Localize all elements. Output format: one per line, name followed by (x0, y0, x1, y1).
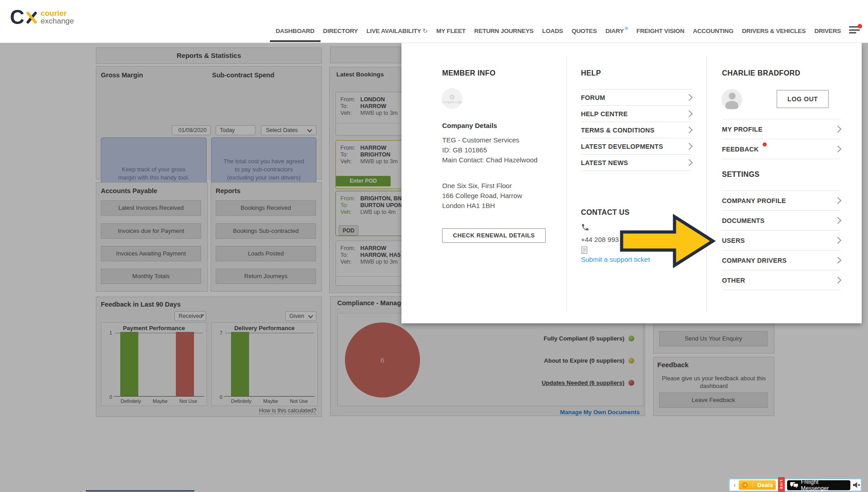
chevron-right-icon (835, 217, 842, 224)
hamburger-menu-icon[interactable] (849, 26, 861, 35)
user-menu: MY PROFILE FEEDBACK (722, 119, 840, 159)
logo-x-icon (24, 9, 38, 26)
menu-item-forum[interactable]: FORUM (581, 90, 692, 106)
menu-item-feedback[interactable]: FEEDBACK (722, 139, 840, 159)
nav-live-availability[interactable]: LIVE AVAILABILITY↻ (367, 27, 428, 34)
collapse-chevron-icon[interactable]: ‹ (733, 481, 736, 489)
user-name-heading: CHARLIE BRADFORD (722, 69, 804, 78)
chevron-right-icon (686, 94, 693, 101)
nav-diary[interactable]: DIARY (605, 28, 628, 34)
menu-item-terms[interactable]: TERMS & CONDITIONS (581, 122, 692, 138)
freight-messenger-button[interactable]: Freight Messenger (787, 480, 850, 490)
main-nav: DASHBOARD DIRECTORY LIVE AVAILABILITY↻ M… (276, 27, 841, 34)
logo-wordmark: courier exchange (41, 9, 74, 25)
deals-button[interactable]: ➔ Deals (739, 480, 776, 490)
settings-menu: COMPANY PROFILE DOCUMENTS USERS COMPANY … (722, 190, 840, 290)
chevron-right-icon (686, 159, 693, 166)
check-renewal-button[interactable]: CHECK RENEWAL DETAILS (442, 228, 546, 243)
chat-bubbles-icon (790, 482, 798, 488)
member-info-heading: MEMBER INFO (442, 69, 498, 78)
company-main-contact: Main Contact: Chad Hazelwood (442, 155, 538, 165)
chevron-right-icon (686, 127, 693, 134)
messenger-bar: ‹ ➔ Deals LIVE Freight Messenger (729, 478, 862, 492)
mute-icon[interactable] (853, 482, 861, 488)
company-details-heading: Company Details (442, 121, 497, 130)
menu-item-help-centre[interactable]: HELP CENTRE (581, 106, 692, 122)
logo-c: C (10, 7, 24, 27)
company-address-line2: 166 College Road, Harrow (442, 191, 522, 200)
chevron-right-icon (835, 126, 842, 133)
nav-return-journeys[interactable]: RETURN JOURNEYS (474, 28, 533, 34)
gear-icon: ⚙ (449, 94, 455, 100)
top-navbar: C courier exchange DASHBOARD DIRECTORY L… (0, 0, 868, 43)
user-avatar (722, 89, 742, 110)
nav-accounting[interactable]: ACCOUNTING (693, 28, 734, 34)
log-out-button[interactable]: LOG OUT (777, 90, 829, 108)
menu-item-documents[interactable]: DOCUMENTS (722, 211, 840, 231)
chevron-right-icon (835, 146, 842, 153)
nav-quotes[interactable]: QUOTES (571, 28, 597, 34)
help-heading: HELP (581, 69, 602, 78)
nav-my-fleet[interactable]: MY FLEET (436, 28, 466, 34)
company-name: TEG - Customer Services (442, 135, 519, 145)
settings-heading: SETTINGS (722, 170, 761, 179)
company-logo-placeholder: ⚙ Company Logo (442, 88, 462, 109)
nav-loads[interactable]: LOADS (542, 28, 563, 34)
menu-item-other[interactable]: OTHER (722, 270, 840, 290)
ticket-icon (581, 246, 587, 254)
app-logo[interactable]: C courier exchange (10, 7, 74, 27)
company-address-line3: London HA1 1BH (442, 201, 495, 210)
nav-dashboard[interactable]: DASHBOARD (276, 28, 315, 34)
chevron-right-icon (686, 143, 693, 150)
feedback-notification-dot (763, 142, 767, 147)
menu-item-latest-developments[interactable]: LATEST DEVELOPMENTS (581, 138, 692, 155)
account-popup: MEMBER INFO ⚙ Company Logo Company Detai… (401, 43, 862, 323)
nav-drivers[interactable]: DRIVERS (814, 28, 841, 34)
phone-icon (581, 223, 590, 232)
refresh-icon[interactable]: ↻ (422, 27, 428, 34)
chevron-right-icon (835, 237, 842, 244)
menu-item-users[interactable]: USERS (722, 231, 840, 251)
diary-notification-dot (625, 27, 628, 30)
phone-number: +44 208 993 (581, 235, 619, 244)
arrow-circle-icon: ➔ (742, 482, 748, 488)
deals-divider (752, 482, 753, 488)
nav-directory[interactable]: DIRECTORY (323, 28, 358, 34)
chevron-right-icon (835, 197, 842, 204)
hamburger-notification-dot (858, 24, 862, 28)
nav-drivers-vehicles[interactable]: DRIVERS & VEHICLES (742, 28, 806, 34)
help-menu: FORUM HELP CENTRE TERMS & CONDITIONS LAT… (581, 89, 692, 171)
chevron-right-icon (835, 257, 842, 264)
page: C courier exchange DASHBOARD DIRECTORY L… (0, 0, 868, 492)
nav-freight-vision[interactable]: FREIGHT VISION (637, 28, 684, 34)
menu-item-my-profile[interactable]: MY PROFILE (722, 119, 840, 139)
chevron-right-icon (686, 110, 693, 118)
menu-item-company-drivers[interactable]: COMPANY DRIVERS (722, 251, 840, 270)
highlight-arrow-users (620, 213, 716, 269)
chevron-right-icon (835, 277, 842, 284)
menu-item-latest-news[interactable]: LATEST NEWS (581, 155, 692, 171)
live-badge: LIVE (778, 477, 785, 492)
popup-divider (706, 56, 707, 312)
popup-divider (566, 56, 567, 312)
menu-item-company-profile[interactable]: COMPANY PROFILE (722, 191, 840, 211)
company-address-line1: One Six Six, First Floor (442, 181, 512, 190)
company-id: ID: GB 101865 (442, 145, 487, 155)
